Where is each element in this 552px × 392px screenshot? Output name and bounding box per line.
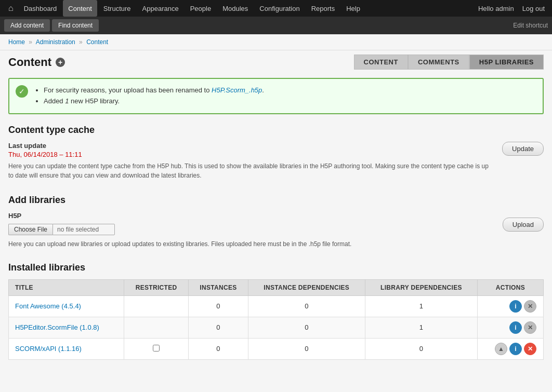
tab-h5p-libraries[interactable]: H5P LIBRARIES bbox=[469, 55, 544, 70]
upload-description: Here you can upload new libraries or upl… bbox=[8, 240, 544, 248]
page-title-text: Content bbox=[8, 56, 51, 69]
col-title: TITLE bbox=[9, 279, 124, 295]
add-icon[interactable]: + bbox=[56, 58, 65, 67]
lib-link-3[interactable]: SCORM/xAPI (1.1.16) bbox=[15, 345, 82, 353]
installed-libraries-section: Installed libraries TITLE RESTRICTED INS… bbox=[8, 262, 544, 360]
user-greeting: Hello admin bbox=[475, 5, 517, 12]
file-input-group: Choose File no file selected bbox=[8, 224, 115, 235]
installed-table: TITLE RESTRICTED INSTANCES INSTANCE DEPE… bbox=[8, 279, 544, 360]
page-header: Content + CONTENT COMMENTS H5P LIBRARIES bbox=[0, 50, 552, 70]
choose-file-button[interactable]: Choose File bbox=[8, 224, 52, 235]
nav-structure[interactable]: Structure bbox=[98, 0, 136, 17]
lib-instances-1: 0 bbox=[189, 295, 248, 317]
find-content-button[interactable]: Find content bbox=[52, 19, 99, 32]
top-navigation: ⌂ Dashboard Content Structure Appearance… bbox=[0, 0, 552, 17]
nav-appearance[interactable]: Appearance bbox=[137, 0, 184, 17]
lib-title-1: Font Awesome (4.5.4) bbox=[9, 295, 124, 317]
lib-instance-deps-3: 0 bbox=[248, 338, 365, 359]
add-libraries-section: Add libraries H5P Choose File no file se… bbox=[8, 195, 544, 248]
installed-heading: Installed libraries bbox=[8, 262, 544, 273]
table-row: SCORM/xAPI (1.1.16) 0 0 0 ▲ i ✕ bbox=[9, 338, 544, 359]
add-libraries-heading: Add libraries bbox=[8, 195, 544, 206]
breadcrumb-sep-2: » bbox=[79, 38, 83, 46]
breadcrumb-admin[interactable]: Administration bbox=[36, 38, 75, 46]
nav-people[interactable]: People bbox=[185, 0, 216, 17]
breadcrumb-sep-1: » bbox=[29, 38, 32, 46]
up-icon-3[interactable]: ▲ bbox=[495, 343, 507, 355]
success-line-1: For security reasons, your upload has be… bbox=[44, 85, 534, 96]
lib-library-deps-3: 0 bbox=[365, 338, 477, 359]
lib-library-deps-1: 1 bbox=[365, 295, 477, 317]
restricted-checkbox-3[interactable] bbox=[153, 345, 160, 352]
file-name-display: no file selected bbox=[52, 224, 115, 235]
update-button[interactable]: Update bbox=[502, 142, 544, 156]
delete-icon-2[interactable]: ✕ bbox=[524, 321, 536, 334]
nav-dashboard[interactable]: Dashboard bbox=[19, 0, 62, 17]
breadcrumb: Home » Administration » Content bbox=[0, 34, 552, 50]
cache-section: Content type cache Last update Thu, 06/1… bbox=[8, 125, 544, 180]
table-header-row: TITLE RESTRICTED INSTANCES INSTANCE DEPE… bbox=[9, 279, 544, 295]
add-content-button[interactable]: Add content bbox=[4, 19, 50, 32]
col-instance-deps: INSTANCE DEPENDENCIES bbox=[248, 279, 365, 295]
breadcrumb-home[interactable]: Home bbox=[8, 38, 25, 46]
lib-instance-deps-1: 0 bbox=[248, 295, 365, 317]
info-icon-3[interactable]: i bbox=[509, 343, 522, 355]
cache-description: Here you can update the content type cac… bbox=[8, 161, 492, 180]
col-actions: ACTIONS bbox=[477, 279, 543, 295]
home-icon[interactable]: ⌂ bbox=[4, 0, 18, 17]
nav-reports[interactable]: Reports bbox=[306, 0, 340, 17]
main-content: ✓ For security reasons, your upload has … bbox=[0, 70, 552, 392]
lib-link-2[interactable]: H5PEditor.ScormFile (1.0.8) bbox=[15, 323, 99, 331]
lib-instance-deps-2: 0 bbox=[248, 317, 365, 338]
lib-title-2: H5PEditor.ScormFile (1.0.8) bbox=[9, 317, 124, 338]
nav-modules[interactable]: Modules bbox=[217, 0, 253, 17]
lib-restricted-1 bbox=[124, 295, 188, 317]
success-icon: ✓ bbox=[16, 85, 28, 98]
h5p-field-label: H5P bbox=[8, 212, 115, 220]
lib-restricted-3[interactable] bbox=[124, 338, 188, 359]
delete-icon-1[interactable]: ✕ bbox=[524, 300, 536, 313]
table-row: Font Awesome (4.5.4) 0 0 1 i ✕ bbox=[9, 295, 544, 317]
nav-help[interactable]: Help bbox=[341, 0, 365, 17]
lib-instances-2: 0 bbox=[189, 317, 248, 338]
tab-comments[interactable]: COMMENTS bbox=[408, 55, 469, 70]
table-row: H5PEditor.ScormFile (1.0.8) 0 0 1 i ✕ bbox=[9, 317, 544, 338]
nav-content[interactable]: Content bbox=[63, 0, 97, 17]
tabs-area: CONTENT COMMENTS H5P LIBRARIES bbox=[354, 55, 544, 70]
logout-link[interactable]: Log out bbox=[519, 5, 548, 12]
lib-actions-1: i ✕ bbox=[477, 295, 543, 317]
lib-actions-3: ▲ i ✕ bbox=[477, 338, 543, 359]
delete-icon-3[interactable]: ✕ bbox=[524, 343, 536, 355]
lib-actions-2: i ✕ bbox=[477, 317, 543, 338]
success-message: ✓ For security reasons, your upload has … bbox=[8, 78, 544, 114]
edit-shortcut-link[interactable]: Edit shortcut bbox=[513, 22, 548, 29]
sub-navigation: Add content Find content Edit shortcut bbox=[0, 17, 552, 34]
lib-library-deps-2: 1 bbox=[365, 317, 477, 338]
col-instances: INSTANCES bbox=[189, 279, 248, 295]
col-restricted: RESTRICTED bbox=[124, 279, 188, 295]
breadcrumb-content[interactable]: Content bbox=[86, 38, 108, 46]
info-icon-1[interactable]: i bbox=[509, 300, 522, 313]
lib-title-3: SCORM/xAPI (1.1.16) bbox=[9, 338, 124, 359]
upload-button[interactable]: Upload bbox=[503, 218, 544, 232]
cache-heading: Content type cache bbox=[8, 125, 544, 136]
lib-instances-3: 0 bbox=[189, 338, 248, 359]
info-icon-2[interactable]: i bbox=[509, 321, 522, 334]
nav-configuration[interactable]: Configuration bbox=[254, 0, 305, 17]
cache-label: Last update bbox=[8, 142, 492, 150]
col-library-deps: LIBRARY DEPENDENCIES bbox=[365, 279, 477, 295]
cache-date: Thu, 06/14/2018 – 11:11 bbox=[8, 151, 492, 158]
lib-link-1[interactable]: Font Awesome (4.5.4) bbox=[15, 302, 81, 310]
lib-restricted-2 bbox=[124, 317, 188, 338]
tab-content[interactable]: CONTENT bbox=[354, 55, 408, 70]
success-line-2: Added 1 new H5P library. bbox=[44, 96, 534, 107]
